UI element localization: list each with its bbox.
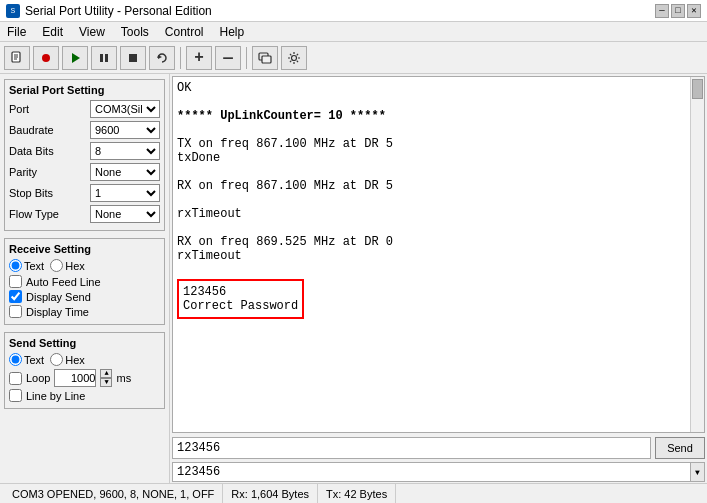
receive-radio-group: Text Hex xyxy=(9,259,160,272)
svg-point-12 xyxy=(292,55,297,60)
receive-hex-radio[interactable] xyxy=(50,259,63,272)
receive-text-radio[interactable] xyxy=(9,259,22,272)
loop-input[interactable] xyxy=(54,369,96,387)
highlighted-block: 123456 Correct Password xyxy=(177,279,304,319)
menu-file[interactable]: File xyxy=(4,24,29,40)
status-tx: Tx: 42 Bytes xyxy=(318,484,396,503)
loop-row: Loop ▲ ▼ ms xyxy=(9,369,160,387)
loop-up-button[interactable]: ▲ xyxy=(100,369,112,378)
port-select[interactable]: COM3(Sil xyxy=(90,100,160,118)
stopbits-row: Stop Bits 1 xyxy=(9,184,160,202)
parity-row: Parity None xyxy=(9,163,160,181)
left-panel: Serial Port Setting Port COM3(Sil Baudra… xyxy=(0,74,170,483)
toolbar-refresh-button[interactable] xyxy=(149,46,175,70)
line-by-line-checkbox[interactable] xyxy=(9,389,22,402)
highlighted-line1: 123456 xyxy=(183,285,226,299)
loop-down-button[interactable]: ▼ xyxy=(100,378,112,387)
loop-checkbox[interactable] xyxy=(9,372,22,385)
menu-help[interactable]: Help xyxy=(217,24,248,40)
loop-label: Loop xyxy=(26,372,50,384)
menu-control[interactable]: Control xyxy=(162,24,207,40)
toolbar-play-button[interactable] xyxy=(62,46,88,70)
send-text-radio[interactable] xyxy=(9,353,22,366)
right-panel: OK ***** UpLinkCounter= 10 ***** TX on f… xyxy=(170,74,707,483)
send-setting: Send Setting Text Hex Loop ▲ ▼ xyxy=(4,332,165,409)
auto-feed-checkbox[interactable] xyxy=(9,275,22,288)
svg-point-4 xyxy=(42,54,50,62)
menu-view[interactable]: View xyxy=(76,24,108,40)
toolbar: + — xyxy=(0,42,707,74)
receive-hex-radio-label[interactable]: Hex xyxy=(50,259,85,272)
bottom-dropdown-button[interactable]: ▼ xyxy=(691,462,705,482)
receive-title: Receive Setting xyxy=(9,243,160,255)
send-hex-radio[interactable] xyxy=(50,353,63,366)
display-send-checkbox[interactable] xyxy=(9,290,22,303)
bottom-input-row: ▼ xyxy=(172,462,705,482)
minimize-button[interactable]: — xyxy=(655,4,669,18)
menu-edit[interactable]: Edit xyxy=(39,24,66,40)
send-hex-radio-label[interactable]: Hex xyxy=(50,353,85,366)
toolbar-settings-button[interactable] xyxy=(281,46,307,70)
send-button[interactable]: Send xyxy=(655,437,705,459)
baudrate-select[interactable]: 9600 xyxy=(90,121,160,139)
highlighted-line2: Correct Password xyxy=(183,299,298,313)
window-controls: — □ ✕ xyxy=(655,4,701,18)
svg-rect-7 xyxy=(105,54,108,62)
loop-spinners: ▲ ▼ xyxy=(100,369,112,387)
serial-port-title: Serial Port Setting xyxy=(9,84,160,96)
flowtype-label: Flow Type xyxy=(9,208,64,220)
title-bar-left: S Serial Port Utility - Personal Edition xyxy=(6,4,212,18)
auto-feed-row: Auto Feed Line xyxy=(9,275,160,288)
toolbar-add-button[interactable]: + xyxy=(186,46,212,70)
receive-setting: Receive Setting Text Hex Auto Feed Line … xyxy=(4,238,165,325)
svg-marker-5 xyxy=(72,53,80,63)
svg-marker-9 xyxy=(158,55,162,59)
send-input-row: Send xyxy=(172,437,705,459)
parity-select[interactable]: None xyxy=(90,163,160,181)
svg-rect-8 xyxy=(129,54,137,62)
serial-port-setting: Serial Port Setting Port COM3(Sil Baudra… xyxy=(4,79,165,231)
send-text-radio-label[interactable]: Text xyxy=(9,353,44,366)
toolbar-new-button[interactable] xyxy=(4,46,30,70)
display-time-checkbox[interactable] xyxy=(9,305,22,318)
scrollbar-thumb xyxy=(692,79,703,99)
maximize-button[interactable]: □ xyxy=(671,4,685,18)
send-input[interactable] xyxy=(172,437,651,459)
svg-rect-6 xyxy=(100,54,103,62)
stopbits-select[interactable]: 1 xyxy=(90,184,160,202)
port-label: Port xyxy=(9,103,64,115)
toolbar-separator xyxy=(180,47,181,69)
auto-feed-label: Auto Feed Line xyxy=(26,276,101,288)
databits-select[interactable]: 8 xyxy=(90,142,160,160)
bottom-input[interactable] xyxy=(172,462,691,482)
display-send-label: Display Send xyxy=(26,291,91,303)
status-rx: Rx: 1,604 Bytes xyxy=(223,484,318,503)
status-bar: COM3 OPENED, 9600, 8, NONE, 1, OFF Rx: 1… xyxy=(0,483,707,503)
flowtype-select[interactable]: None xyxy=(90,205,160,223)
stopbits-label: Stop Bits xyxy=(9,187,64,199)
toolbar-window-button[interactable] xyxy=(252,46,278,70)
baudrate-label: Baudrate xyxy=(9,124,64,136)
menu-tools[interactable]: Tools xyxy=(118,24,152,40)
toolbar-record-button[interactable] xyxy=(33,46,59,70)
close-button[interactable]: ✕ xyxy=(687,4,701,18)
parity-label: Parity xyxy=(9,166,64,178)
receive-text-radio-label[interactable]: Text xyxy=(9,259,44,272)
send-radio-group: Text Hex xyxy=(9,353,160,366)
app-title: Serial Port Utility - Personal Edition xyxy=(25,4,212,18)
app-icon: S xyxy=(6,4,20,18)
databits-label: Data Bits xyxy=(9,145,64,157)
send-title: Send Setting xyxy=(9,337,160,349)
status-connection: COM3 OPENED, 9600, 8, NONE, 1, OFF xyxy=(4,484,223,503)
main-area: Serial Port Setting Port COM3(Sil Baudra… xyxy=(0,74,707,483)
display-send-row: Display Send xyxy=(9,290,160,303)
toolbar-pause-button[interactable] xyxy=(91,46,117,70)
toolbar-minus-button[interactable]: — xyxy=(215,46,241,70)
display-time-row: Display Time xyxy=(9,305,160,318)
toolbar-stop-button[interactable] xyxy=(120,46,146,70)
svg-rect-11 xyxy=(262,56,271,63)
output-area[interactable]: OK ***** UpLinkCounter= 10 ***** TX on f… xyxy=(172,76,705,433)
title-bar: S Serial Port Utility - Personal Edition… xyxy=(0,0,707,22)
output-scrollbar[interactable] xyxy=(690,77,704,432)
baudrate-row: Baudrate 9600 xyxy=(9,121,160,139)
